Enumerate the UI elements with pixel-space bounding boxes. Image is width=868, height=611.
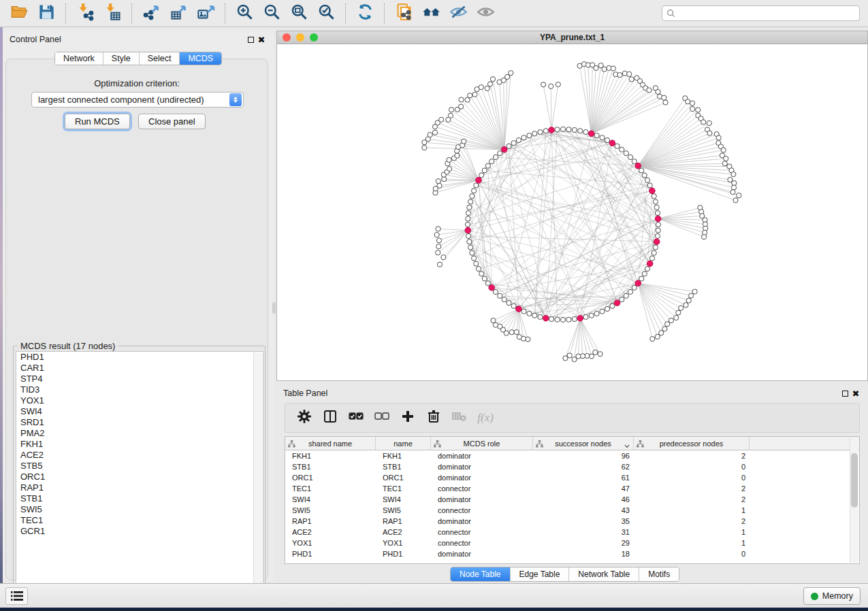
cell: 46	[533, 495, 634, 503]
tab-network[interactable]: Network	[55, 52, 103, 65]
task-history-button[interactable]	[5, 587, 28, 605]
optimization-criterion-dropdown[interactable]: largest connected component (undirected)	[31, 92, 244, 108]
toolbar-separator	[225, 3, 225, 24]
column-header-shared-name[interactable]: shared name	[285, 437, 376, 450]
zoom-fit-button[interactable]	[285, 3, 312, 24]
table-row[interactable]: FKH1FKH1dominator962	[285, 450, 859, 461]
cell: 61	[533, 474, 634, 482]
create-column-button[interactable]	[398, 408, 417, 427]
table-row[interactable]: SWI5SWI5connector431	[285, 505, 859, 516]
search-input[interactable]	[679, 9, 855, 18]
show-hide-columns-button[interactable]	[321, 408, 340, 427]
cell: 2	[634, 484, 750, 493]
column-header-MCDS-role[interactable]: MCDS role	[431, 437, 533, 450]
open-file-button[interactable]	[5, 3, 33, 24]
tab-mcds[interactable]: MCDS	[179, 52, 221, 65]
tab-network-table[interactable]: Network Table	[568, 567, 639, 581]
tab-select[interactable]: Select	[139, 52, 180, 65]
column-header-predecessor-nodes[interactable]: predecessor nodes	[634, 437, 750, 450]
first-neighbors-button[interactable]	[417, 3, 445, 24]
table-scrollbar[interactable]	[850, 437, 858, 563]
zoom-fit-icon	[290, 3, 308, 24]
search-box[interactable]	[662, 5, 860, 21]
table-row[interactable]: RAP1RAP1dominator352	[285, 516, 859, 527]
first-neighbors-icon	[422, 3, 440, 24]
result-list-scrollbar[interactable]	[253, 352, 262, 595]
table-row[interactable]: STB1STB1dominator620	[285, 461, 859, 472]
hide-selected-button[interactable]	[445, 3, 472, 24]
deselect-all-button[interactable]	[372, 408, 391, 427]
cell: dominator	[431, 495, 533, 503]
zoom-in-button[interactable]	[231, 3, 258, 24]
cell: FKH1	[285, 452, 376, 460]
mcds-result-item[interactable]: RAP1	[16, 482, 263, 493]
cell: 1	[634, 539, 750, 547]
run-mcds-button[interactable]: Run MCDS	[65, 114, 130, 129]
column-header-name[interactable]: name	[376, 437, 431, 450]
mcds-result-item[interactable]: SWI4	[16, 406, 263, 417]
mcds-result-item[interactable]: SRD1	[16, 417, 263, 428]
table-row[interactable]: YOX1YOX1connector291	[285, 538, 859, 548]
import-network-button[interactable]	[71, 3, 99, 24]
cell: dominator	[431, 517, 533, 525]
network-window-titlebar[interactable]: YPA_prune.txt_1	[277, 31, 867, 44]
mcds-result-item[interactable]: STP4	[16, 374, 263, 384]
memory-button[interactable]: Memory	[803, 587, 861, 605]
refresh-view-button[interactable]	[351, 3, 379, 24]
mcds-result-item[interactable]: STB1	[16, 493, 263, 504]
export-network-button[interactable]	[138, 3, 165, 24]
table-scrollbar-thumb[interactable]	[851, 453, 858, 508]
delete-column-button[interactable]	[424, 408, 443, 427]
cell: ACE2	[285, 528, 376, 536]
export-table-button[interactable]	[165, 3, 192, 24]
table-row[interactable]: PHD1PHD1dominator180	[285, 548, 859, 559]
mcds-result-item[interactable]: CAR1	[16, 363, 263, 374]
deselect-all-icon	[374, 409, 389, 427]
vertical-splitter-handle[interactable]	[272, 302, 276, 314]
close-panel-button[interactable]: Close panel	[138, 114, 206, 129]
export-network-icon	[142, 3, 161, 24]
cell: YOX1	[376, 539, 431, 547]
control-panel-close-button[interactable]: ✖	[256, 34, 267, 45]
save-session-button[interactable]	[33, 3, 60, 24]
table-mode-gear-button[interactable]	[295, 408, 314, 427]
network-canvas[interactable]	[277, 44, 867, 380]
control-panel-float-button[interactable]	[245, 34, 256, 45]
cell: connector	[431, 506, 533, 514]
export-image-button[interactable]	[192, 3, 219, 24]
column-header-successor-nodes[interactable]: successor nodes	[533, 437, 634, 450]
zoom-selected-button[interactable]	[312, 3, 340, 24]
mcds-result-item[interactable]: TID3	[16, 384, 263, 395]
table-panel-float-button[interactable]	[839, 388, 850, 399]
tab-edge-table[interactable]: Edge Table	[510, 567, 569, 581]
tab-motifs[interactable]: Motifs	[639, 567, 679, 581]
export-table-icon	[170, 3, 188, 24]
mcds-result-item[interactable]: YOX1	[16, 395, 263, 406]
mcds-result-item[interactable]: ORC1	[16, 472, 263, 482]
mcds-result-item[interactable]: PMA2	[16, 428, 263, 439]
table-row[interactable]: SWI4SWI4dominator462	[285, 494, 859, 505]
table-row[interactable]: TEC1TEC1connector472	[285, 483, 859, 494]
mcds-result-item[interactable]: FKH1	[16, 439, 263, 450]
cell: 18	[533, 550, 634, 558]
tab-style[interactable]: Style	[103, 52, 139, 65]
mcds-result-item[interactable]: ACE2	[16, 450, 263, 461]
mcds-result-item[interactable]: TEC1	[16, 515, 263, 526]
import-table-button[interactable]	[99, 3, 126, 24]
new-network-from-selection-button[interactable]	[390, 3, 417, 24]
show-all-button[interactable]	[472, 3, 499, 24]
table-row[interactable]: ACE2ACE2connector311	[285, 527, 859, 538]
zoom-out-button[interactable]	[258, 3, 285, 24]
search-icon	[666, 9, 675, 18]
table-row[interactable]: ORC1ORC1dominator610	[285, 472, 859, 483]
mcds-result-item[interactable]: SWI5	[16, 504, 263, 515]
mcds-result-item[interactable]: STB5	[16, 461, 263, 472]
mcds-result-item[interactable]: GCR1	[16, 526, 263, 537]
sort-desc-icon	[624, 442, 630, 450]
tab-node-table[interactable]: Node Table	[451, 567, 510, 581]
mcds-result-item[interactable]: PHD1	[16, 352, 263, 363]
select-all-button[interactable]	[347, 408, 366, 427]
table-panel: Table Panel ✖ f(x) shared namenameMCDS r…	[276, 384, 868, 583]
delete-table-icon	[452, 409, 467, 427]
table-panel-close-button[interactable]: ✖	[850, 388, 861, 399]
